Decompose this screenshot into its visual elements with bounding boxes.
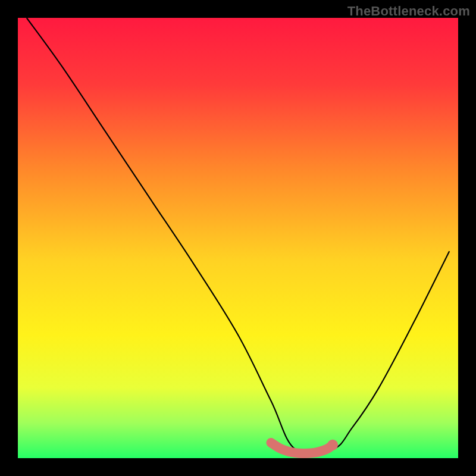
chart-frame: TheBottleneck.com: [0, 0, 476, 476]
gradient-background: [18, 18, 458, 458]
plot-area: [18, 18, 458, 458]
optimal-endpoint-dot: [327, 440, 338, 450]
watermark-text: TheBottleneck.com: [347, 4, 470, 19]
chart-svg: [18, 18, 458, 458]
